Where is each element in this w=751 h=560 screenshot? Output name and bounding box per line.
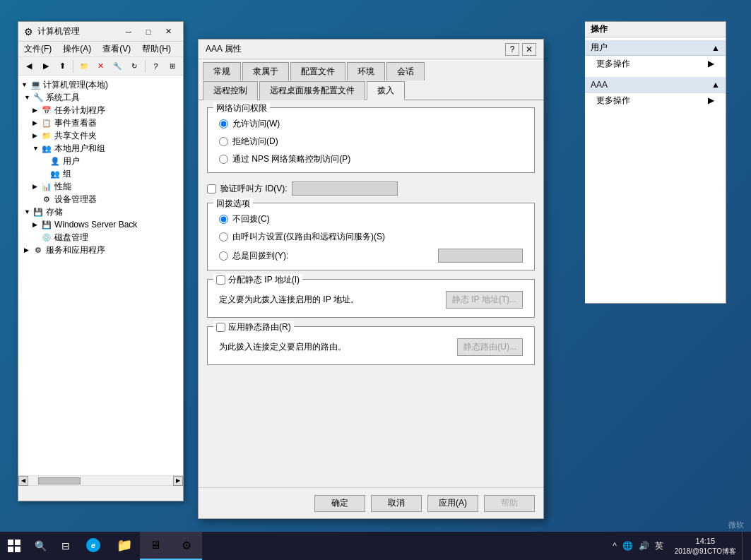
cm-close-button[interactable]: ✕	[159, 25, 177, 39]
tab-dialin[interactable]: 拨入	[367, 81, 405, 100]
taskbar-search[interactable]: 🔍	[28, 532, 53, 560]
verify-caller-id-label: 验证呼叫方 ID(V):	[220, 183, 288, 195]
tree-item-disk-management[interactable]: 💿 磁盘管理	[18, 231, 183, 244]
tree-item-task-scheduler[interactable]: ▶ 📅 任务计划程序	[18, 104, 183, 117]
toolbar-help[interactable]: ?	[148, 59, 164, 73]
radio-nps-input[interactable]	[219, 155, 228, 164]
radio-no-callback-input[interactable]	[219, 215, 228, 224]
tree-item-shared-folders[interactable]: ▶ 📁 共享文件夹	[18, 129, 183, 142]
explorer-icon: 📁	[117, 537, 132, 553]
help-button[interactable]: 帮助	[484, 495, 535, 512]
network-access-title: 网络访问权限	[213, 102, 270, 114]
tray-lang[interactable]: 英	[655, 540, 663, 552]
start-button[interactable]	[0, 532, 28, 560]
radio-always-callback-input[interactable]	[219, 251, 228, 261]
radio-allow-label: 允许访问(W)	[232, 118, 280, 130]
cm-hscrollbar[interactable]: ◀ ▶	[18, 475, 183, 485]
toolbar-refresh[interactable]: ↻	[126, 59, 142, 73]
radio-deny-input[interactable]	[219, 137, 228, 146]
radio-no-callback[interactable]: 不回拨(C)	[219, 213, 523, 225]
cm-minimize-button[interactable]: ─	[119, 25, 138, 39]
cancel-button[interactable]: 取消	[371, 495, 422, 512]
expander	[32, 234, 41, 241]
taskbar-ie[interactable]: e	[78, 532, 109, 560]
radio-deny[interactable]: 拒绝访问(D)	[219, 136, 523, 148]
taskbar-explorer[interactable]: 📁	[109, 532, 140, 560]
static-routes-checkbox[interactable]	[216, 323, 225, 332]
ok-button[interactable]: 确定	[314, 495, 365, 512]
operations-users-header[interactable]: 用户 ▲	[585, 40, 726, 56]
tree-item-event-viewer[interactable]: ▶ 📋 事件查看器	[18, 117, 183, 129]
hscroll-track[interactable]	[38, 477, 163, 484]
taskbar-cm[interactable]: ⚙	[171, 532, 202, 560]
static-ip-button[interactable]: 静态 IP 地址(T)...	[446, 291, 523, 309]
hscroll-right[interactable]: ▶	[173, 476, 183, 486]
expander	[32, 196, 41, 203]
expander: ▼	[32, 145, 41, 152]
tree-item-services[interactable]: ▶ ⚙ 服务和应用程序	[18, 244, 183, 256]
radio-caller-set[interactable]: 由呼叫方设置(仅路由和远程访问服务)(S)	[219, 231, 523, 243]
dialog-titlebar: AAA 属性 ? ✕	[199, 40, 543, 59]
operations-more-actions-1[interactable]: 更多操作 ▶	[585, 56, 726, 71]
cm-maximize-button[interactable]: □	[139, 25, 158, 39]
tree-item-local-users[interactable]: ▼ 👥 本地用户和组	[18, 142, 183, 155]
verify-caller-id-checkbox[interactable]	[207, 184, 216, 193]
hscroll-thumb[interactable]	[38, 477, 81, 484]
callback-number-input[interactable]	[438, 249, 523, 263]
toolbar-forward[interactable]: ▶	[38, 59, 54, 73]
menu-help[interactable]: 帮助(H)	[136, 42, 177, 56]
apply-button[interactable]: 应用(A)	[427, 495, 478, 512]
tree-icon-users: 👥	[41, 143, 52, 154]
operations-aaa-header[interactable]: AAA ▲	[585, 77, 726, 93]
tray-network[interactable]: 🌐	[622, 541, 633, 551]
tab-member-of[interactable]: 隶属于	[242, 62, 289, 81]
tab-session[interactable]: 会话	[386, 62, 425, 81]
toolbar-properties[interactable]: 🔧	[110, 59, 125, 73]
cm-titlebar: ⚙ 计算机管理 ─ □ ✕	[18, 22, 183, 42]
static-ip-checkbox[interactable]	[216, 275, 225, 285]
tab-general[interactable]: 常规	[203, 62, 241, 81]
radio-nps[interactable]: 通过 NPS 网络策略控制访问(P)	[219, 153, 523, 165]
tree-item-groups[interactable]: 👥 组	[18, 167, 183, 180]
verify-caller-id-input[interactable]	[292, 181, 398, 196]
toolbar-delete[interactable]: ✕	[93, 59, 109, 73]
menu-view[interactable]: 查看(V)	[97, 42, 136, 56]
tray-volume[interactable]: 🔊	[639, 541, 649, 551]
tray-chevron[interactable]: ^	[613, 541, 617, 551]
tab-environment[interactable]: 环境	[347, 62, 385, 81]
tree-item-device-manager[interactable]: ⚙ 设备管理器	[18, 193, 183, 205]
radio-always-callback[interactable]: 总是回拨到(Y):	[219, 249, 523, 263]
hscroll-left[interactable]: ◀	[18, 476, 28, 486]
dialog-help-button[interactable]: ?	[505, 43, 519, 56]
radio-allow-input[interactable]	[219, 119, 228, 129]
tab-rdp-profile[interactable]: 远程桌面服务配置文件	[259, 81, 365, 100]
radio-allow[interactable]: 允许访问(W)	[219, 118, 523, 130]
windows-icon	[8, 540, 20, 552]
tree-item-system-tools[interactable]: ▼ 🔧 系统工具	[18, 91, 183, 104]
dialog-close-button[interactable]: ✕	[522, 43, 536, 56]
clock[interactable]: 14:15 2018/@91CTO博客	[669, 536, 742, 555]
expander: ▶	[32, 132, 41, 139]
toolbar-show-hide[interactable]: 📁	[76, 59, 92, 73]
tree-item-performance[interactable]: ▶ 📊 性能	[18, 180, 183, 193]
toolbar-up[interactable]: ⬆	[54, 59, 70, 73]
toolbar-back[interactable]: ◀	[21, 59, 37, 73]
tree-item-computer-management[interactable]: ▼ 💻 计算机管理(本地)	[18, 78, 183, 91]
tree-item-users[interactable]: 👤 用户	[18, 155, 183, 167]
tree-label: 用户	[63, 155, 80, 167]
menu-action[interactable]: 操作(A)	[57, 42, 97, 56]
menu-file[interactable]: 文件(F)	[18, 42, 57, 56]
tab-remote-control[interactable]: 远程控制	[203, 81, 258, 100]
radio-caller-set-input[interactable]	[219, 232, 228, 242]
cm-toolbar: ◀ ▶ ⬆ 📁 ✕ 🔧 ↻ ? ⊞	[18, 57, 183, 76]
tree-item-windows-server-backup[interactable]: ▶ 💾 Windows Server Back	[18, 218, 183, 231]
operations-more-actions-2[interactable]: 更多操作 ▶	[585, 93, 726, 108]
toolbar-extra[interactable]: ⊞	[165, 59, 180, 73]
show-desktop-button[interactable]	[742, 532, 747, 560]
task-view[interactable]: ⊟	[53, 532, 78, 560]
tab-profile[interactable]: 配置文件	[290, 62, 345, 81]
taskbar-server-manager[interactable]: 🖥	[140, 532, 171, 560]
network-access-options: 允许访问(W) 拒绝访问(D) 通过 NPS 网络策略控制访问(P)	[219, 115, 523, 165]
tree-item-storage[interactable]: ▼ 💾 存储	[18, 205, 183, 218]
static-routes-button[interactable]: 静态路由(U)...	[457, 338, 523, 356]
